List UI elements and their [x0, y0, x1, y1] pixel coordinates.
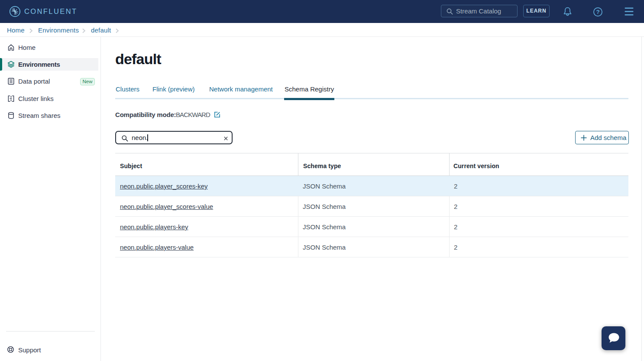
- svg-text:?: ?: [596, 9, 599, 15]
